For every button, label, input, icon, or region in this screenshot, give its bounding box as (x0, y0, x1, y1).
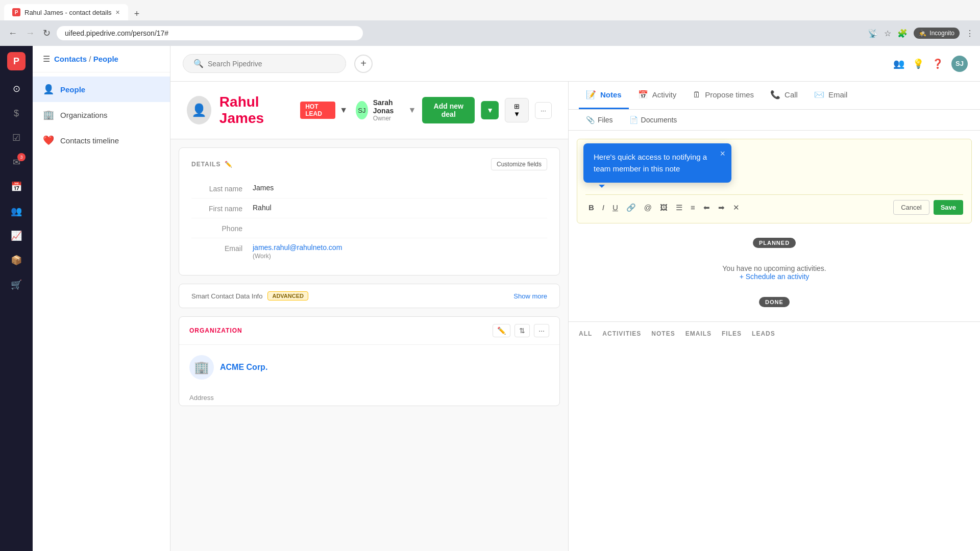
call-tab-icon: 📞 (770, 90, 780, 99)
active-tab[interactable]: P Rahul James - contact details × (4, 4, 128, 20)
tab-close-btn[interactable]: × (116, 8, 120, 16)
sidebar-item-contacts-timeline[interactable]: ❤️ Contacts timeline (33, 128, 170, 153)
sidebar-item-people[interactable]: 👤 People (33, 77, 170, 102)
user-avatar[interactable]: SJ (951, 56, 968, 72)
rail-icon-deals[interactable]: $ (6, 103, 27, 123)
org-more-button[interactable]: ··· (534, 324, 549, 337)
customize-fields-button[interactable]: Customize fields (491, 158, 547, 170)
tab-title: Rahul James - contact details (24, 9, 112, 16)
bottom-tab-notes[interactable]: NOTES (651, 326, 675, 341)
tooltip-popup: × Here's quick access to notifying a tea… (583, 143, 731, 183)
more-options-button[interactable]: ··· (535, 102, 552, 119)
tab-call[interactable]: 📞 Call (763, 82, 805, 109)
tab-documents[interactable]: 📄 Documents (622, 110, 684, 130)
extension-icon[interactable]: 🧩 (897, 29, 908, 38)
owner-block: SJ Sarah Jonas Owner ▼ (356, 98, 416, 122)
org-icon: 🏢 (189, 355, 214, 380)
hamburger-icon[interactable]: ☰ (43, 54, 50, 64)
rail-icon-analytics[interactable]: 📈 (6, 226, 27, 246)
incognito-icon: 🕵 (919, 30, 926, 37)
tab-activity[interactable]: 📅 Activity (631, 82, 684, 109)
org-name[interactable]: ACME Corp. (220, 363, 267, 372)
tab-email[interactable]: ✉️ Email (807, 82, 855, 109)
bottom-tab-all[interactable]: ALL (579, 326, 592, 341)
contact-avatar: 👤 (187, 96, 211, 124)
rail-icon-marketplace[interactable]: 🛒 (6, 274, 27, 295)
contact-name[interactable]: Rahul James (219, 94, 290, 127)
org-info: ACME Corp. (220, 363, 267, 372)
tab-notes[interactable]: 📝 Notes (579, 82, 629, 109)
content-area: 👤 Rahul James HOT LEAD ▼ SJ Sarah Jonas (170, 82, 980, 551)
left-rail: P ⊙ $ ☑ ✉ 3 📅 👥 📈 📦 🛒 (0, 46, 33, 551)
numbered-list-button[interactable]: ≡ (688, 201, 698, 214)
edit-icon[interactable]: ✏️ (225, 161, 233, 168)
bottom-tab-activities[interactable]: ACTIVITIES (602, 326, 641, 341)
add-deal-button[interactable]: Add new deal (422, 97, 475, 123)
owner-label: Owner (373, 115, 401, 122)
schedule-activity-link[interactable]: + Schedule an activity (740, 272, 810, 281)
back-button[interactable]: ← (6, 26, 19, 41)
refresh-button[interactable]: ↻ (41, 26, 53, 41)
bottom-tabs: ALL ACTIVITIES NOTES EMAILS FILES LEADS (569, 321, 980, 341)
mention-button[interactable]: @ (641, 201, 655, 214)
org-actions: ✏️ ⇅ ··· (493, 324, 549, 337)
field-row-firstname: First name Rahul (191, 198, 547, 218)
app: P ⊙ $ ☑ ✉ 3 📅 👥 📈 📦 🛒 ☰ Contacts / Peopl… (0, 46, 980, 551)
rail-icon-mail[interactable]: ✉ 3 (6, 152, 27, 172)
email-label: Email (191, 243, 253, 253)
more-browser-btn[interactable]: ⋮ (966, 29, 974, 38)
note-editor: × Here's quick access to notifying a tea… (577, 139, 972, 223)
underline-button[interactable]: U (609, 201, 621, 214)
tooltip-close-button[interactable]: × (720, 148, 725, 159)
phone-label: Phone (191, 223, 253, 233)
rail-icon-contacts[interactable]: 👥 (6, 201, 27, 221)
bottom-tab-files[interactable]: FILES (722, 326, 742, 341)
owner-dropdown-icon[interactable]: ▼ (408, 106, 416, 115)
layout-button[interactable]: ⊞ ▼ (505, 98, 529, 122)
org-collapse-button[interactable]: ⇅ (514, 324, 530, 337)
rail-icon-tasks[interactable]: ☑ (6, 128, 27, 148)
org-edit-button[interactable]: ✏️ (493, 324, 510, 337)
bold-button[interactable]: B (585, 201, 597, 214)
bottom-tab-leads[interactable]: LEADS (752, 326, 775, 341)
bottom-tab-emails[interactable]: EMAILS (685, 326, 712, 341)
indent-button[interactable]: ➡ (715, 201, 728, 214)
sidebar-item-organizations[interactable]: 🏢 Organizations (33, 102, 170, 128)
address-bar[interactable]: uifeed.pipedrive.com/person/17# (57, 26, 363, 40)
people-icon: 👤 (43, 84, 54, 95)
smart-contact-label: Smart Contact Data Info (191, 292, 262, 300)
link-button[interactable]: 🔗 (623, 201, 639, 214)
rail-icon-radar[interactable]: ⊙ (6, 79, 27, 99)
rail-icon-calendar[interactable]: 📅 (6, 177, 27, 197)
tab-propose-times[interactable]: 🗓 Propose times (685, 82, 761, 109)
users-icon[interactable]: 👥 (893, 58, 904, 69)
forward-button[interactable]: → (23, 26, 37, 41)
help-icon[interactable]: ❓ (932, 58, 943, 69)
show-more-button[interactable]: Show more (513, 292, 547, 300)
top-header: 🔍 + 👥 💡 ❓ SJ (170, 46, 980, 82)
email-link[interactable]: james.rahul@rahulneto.com (253, 243, 342, 252)
bookmark-icon[interactable]: ☆ (884, 29, 891, 38)
clear-format-button[interactable]: ✕ (730, 201, 743, 214)
italic-button[interactable]: I (599, 201, 607, 214)
save-button[interactable]: Save (934, 200, 963, 215)
tab-files[interactable]: 📎 Files (579, 110, 620, 130)
contact-dropdown-icon[interactable]: ▼ (339, 106, 348, 115)
add-deal-dropdown-button[interactable]: ▼ (481, 101, 499, 119)
cast-icon[interactable]: 📡 (868, 29, 878, 38)
add-button[interactable]: + (354, 55, 373, 73)
search-bar[interactable]: 🔍 (183, 54, 346, 73)
cancel-button[interactable]: Cancel (893, 200, 929, 215)
new-tab-button[interactable]: + (130, 7, 144, 20)
smart-contact-section: Smart Contact Data Info ADVANCED Show mo… (179, 284, 560, 308)
lastname-value: James (253, 184, 274, 192)
rail-icon-products[interactable]: 📦 (6, 250, 27, 270)
detail-panel: 👤 Rahul James HOT LEAD ▼ SJ Sarah Jonas (170, 82, 569, 551)
firstname-label: First name (191, 204, 253, 213)
outdent-button[interactable]: ⬅ (700, 201, 713, 214)
lightbulb-icon[interactable]: 💡 (913, 58, 924, 69)
bullet-list-button[interactable]: ☰ (673, 201, 685, 214)
image-button[interactable]: 🖼 (657, 201, 671, 214)
search-input[interactable] (208, 60, 310, 68)
sidebar-nav: 👤 People 🏢 Organizations ❤️ Contacts tim… (33, 72, 170, 157)
